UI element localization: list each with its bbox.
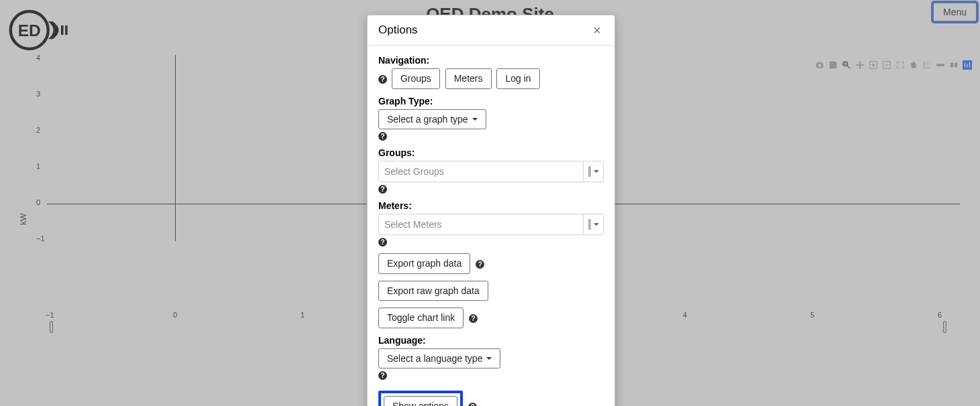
autoscale-icon[interactable] <box>895 60 905 70</box>
meters-dropdown-handle[interactable] <box>583 214 603 234</box>
language-section: Language: Select a language type ? <box>378 335 604 380</box>
svg-text:ED: ED <box>18 21 41 40</box>
options-modal: Options × Navigation: ? Groups Meters Lo… <box>367 15 615 406</box>
navigation-label: Navigation: <box>378 55 604 66</box>
help-icon[interactable]: ? <box>476 260 484 269</box>
y-tick: 1 <box>36 162 40 170</box>
oed-logo: ED <box>5 7 79 54</box>
svg-point-4 <box>843 62 848 66</box>
help-icon[interactable]: ? <box>378 75 387 84</box>
drag-handle-icon <box>588 219 591 230</box>
y-tick: −1 <box>36 234 45 243</box>
range-slider-handle-right[interactable] <box>943 321 946 333</box>
y-tick: 2 <box>36 126 40 134</box>
help-icon[interactable]: ? <box>378 238 387 247</box>
toggle-chart-link-button[interactable]: Toggle chart link <box>378 308 464 328</box>
language-dropdown[interactable]: Select a language type <box>378 348 500 368</box>
toggle-link-row: Toggle chart link ? <box>378 308 604 328</box>
x-tick: 4 <box>683 311 687 319</box>
zoom-in-icon[interactable] <box>869 60 878 70</box>
graph-type-dropdown[interactable]: Select a graph type <box>378 109 486 129</box>
graph-type-label: Graph Type: <box>378 96 604 107</box>
chevron-down-icon <box>472 118 478 121</box>
camera-icon[interactable] <box>815 60 824 70</box>
language-placeholder: Select a language type <box>387 353 482 364</box>
groups-section: Groups: Select Groups ? <box>378 147 604 194</box>
chevron-down-icon <box>594 223 599 226</box>
zoom-out-icon[interactable] <box>882 60 891 70</box>
home-icon[interactable] <box>909 60 918 70</box>
y-tick: 3 <box>36 90 40 98</box>
menu-button[interactable]: Menu <box>933 3 977 21</box>
groups-placeholder: Select Groups <box>379 161 583 182</box>
range-slider-handle-left[interactable] <box>50 321 53 333</box>
meters-label: Meters: <box>378 200 604 211</box>
y-axis-label: kW <box>19 213 28 224</box>
export-graph-data-button[interactable]: Export graph data <box>378 253 470 274</box>
graph-type-placeholder: Select a graph type <box>387 114 468 125</box>
svg-rect-2 <box>61 25 64 35</box>
nav-meters-button[interactable]: Meters <box>445 68 492 89</box>
nav-groups-button[interactable]: Groups <box>392 68 440 89</box>
navigation-row: ? Groups Meters Log in <box>378 68 604 89</box>
bar-icon[interactable] <box>949 60 959 70</box>
svg-rect-9 <box>950 63 953 68</box>
groups-label: Groups: <box>378 147 604 158</box>
line-icon[interactable] <box>936 60 945 70</box>
help-icon[interactable]: ? <box>469 314 478 323</box>
modal-body: Navigation: ? Groups Meters Log in Graph… <box>368 46 614 406</box>
chevron-down-icon <box>594 170 599 173</box>
svg-rect-3 <box>65 25 68 35</box>
help-icon[interactable]: ? <box>378 132 387 141</box>
svg-line-5 <box>847 66 850 68</box>
x-tick: 6 <box>938 311 942 319</box>
pan-icon[interactable] <box>855 60 865 70</box>
drag-handle-icon <box>588 166 591 177</box>
chevron-down-icon <box>486 357 492 360</box>
help-icon[interactable]: ? <box>378 185 387 194</box>
help-icon[interactable]: ? <box>468 403 477 406</box>
spike-icon[interactable] <box>922 60 932 70</box>
navigation-section: Navigation: ? Groups Meters Log in <box>378 55 604 89</box>
show-options-highlight: Show options <box>378 391 463 406</box>
show-options-button[interactable]: Show options <box>384 396 457 406</box>
x-tick: 5 <box>810 311 814 319</box>
y-tick: 0 <box>36 198 40 206</box>
groups-multiselect[interactable]: Select Groups <box>378 161 604 182</box>
plotly-logo-icon[interactable] <box>963 60 972 70</box>
help-icon[interactable]: ? <box>378 371 387 380</box>
export-data-row: Export graph data ? <box>378 253 604 274</box>
groups-dropdown-handle[interactable] <box>583 161 603 182</box>
zoom-icon[interactable] <box>842 60 851 70</box>
x-tick: −1 <box>46 311 54 319</box>
nav-login-button[interactable]: Log in <box>496 68 539 89</box>
modal-header: Options × <box>368 15 614 46</box>
svg-rect-10 <box>955 63 957 68</box>
language-label: Language: <box>378 335 604 346</box>
x-tick: 0 <box>173 311 177 319</box>
meters-section: Meters: Select Meters ? <box>378 200 604 247</box>
meters-multiselect[interactable]: Select Meters <box>378 214 604 235</box>
modal-close-button[interactable]: × <box>590 23 604 37</box>
x-tick: 1 <box>301 311 305 319</box>
chart-modebar <box>815 60 972 70</box>
save-icon[interactable] <box>828 60 838 70</box>
modal-title: Options <box>378 23 418 37</box>
export-raw-graph-data-button[interactable]: Export raw graph data <box>378 281 488 301</box>
y-axis-line <box>175 55 176 241</box>
y-tick: 4 <box>36 54 40 62</box>
export-raw-row: Export raw graph data <box>378 281 604 301</box>
graph-type-section: Graph Type: Select a graph type ? <box>378 96 604 141</box>
svg-rect-8 <box>936 64 944 66</box>
meters-placeholder: Select Meters <box>379 214 583 234</box>
